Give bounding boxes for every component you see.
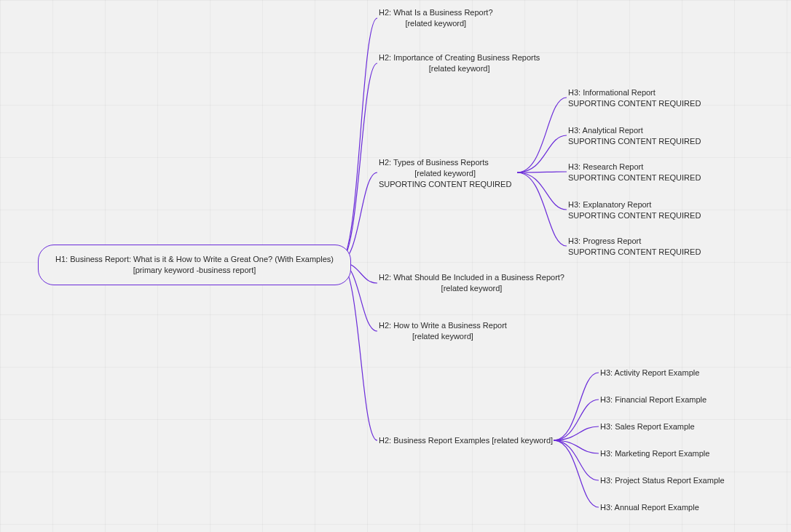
- h3-title: H3: Sales Report Example: [600, 421, 695, 432]
- h3-node-sales-example[interactable]: H3: Sales Report Example: [600, 421, 695, 432]
- h3-node-informational[interactable]: H3: Informational Report SUPORTING CONTE…: [568, 87, 701, 109]
- h1-keyword: [primary keyword -business report]: [49, 265, 340, 276]
- h2-node-how-to-write[interactable]: H2: How to Write a Business Report [rela…: [379, 320, 507, 342]
- h1-title: H1: Business Report: What is it & How to…: [49, 254, 340, 265]
- h2-title: H2: How to Write a Business Report: [379, 320, 507, 331]
- h3-node-activity-example[interactable]: H3: Activity Report Example: [600, 368, 699, 378]
- h3-supporting: SUPORTING CONTENT REQUIRED: [568, 172, 701, 183]
- h3-title: H3: Activity Report Example: [600, 368, 699, 378]
- h2-title: H2: Importance of Creating Business Repo…: [379, 52, 540, 63]
- h3-node-project-status-example[interactable]: H3: Project Status Report Example: [600, 475, 725, 486]
- h2-supporting: SUPORTING CONTENT REQUIRED: [379, 179, 511, 190]
- h2-keyword: [related keyword]: [379, 18, 493, 29]
- h2-keyword: [related keyword]: [379, 331, 507, 342]
- h3-node-analytical[interactable]: H3: Analytical Report SUPORTING CONTENT …: [568, 125, 701, 147]
- h3-node-research[interactable]: H3: Research Report SUPORTING CONTENT RE…: [568, 162, 701, 183]
- h3-title: H3: Research Report: [568, 162, 701, 172]
- h3-title: H3: Explanatory Report: [568, 199, 701, 210]
- h2-node-types[interactable]: H2: Types of Business Reports [related k…: [379, 157, 511, 190]
- h2-title: H2: What Is a Business Report?: [379, 7, 493, 18]
- h3-title: H3: Progress Report: [568, 236, 701, 247]
- h2-node-importance[interactable]: H2: Importance of Creating Business Repo…: [379, 52, 540, 74]
- h2-title: H2: Types of Business Reports: [379, 157, 511, 168]
- h2-node-what-is[interactable]: H2: What Is a Business Report? [related …: [379, 7, 493, 29]
- h2-title: H2: Business Report Examples [related ke…: [379, 435, 553, 446]
- h3-supporting: SUPORTING CONTENT REQUIRED: [568, 247, 701, 258]
- h3-node-marketing-example[interactable]: H3: Marketing Report Example: [600, 448, 709, 459]
- h2-keyword: [related keyword]: [379, 283, 564, 294]
- h2-node-examples[interactable]: H2: Business Report Examples [related ke…: [379, 435, 553, 446]
- h3-title: H3: Project Status Report Example: [600, 475, 725, 486]
- h3-title: H3: Informational Report: [568, 87, 701, 98]
- h3-title: H3: Financial Report Example: [600, 394, 707, 405]
- h3-supporting: SUPORTING CONTENT REQUIRED: [568, 136, 701, 147]
- h3-title: H3: Analytical Report: [568, 125, 701, 136]
- h3-title: H3: Marketing Report Example: [600, 448, 709, 459]
- h2-keyword: [related keyword]: [379, 168, 511, 179]
- h2-keyword: [related keyword]: [379, 63, 540, 74]
- h2-node-included[interactable]: H2: What Should Be Included in a Busines…: [379, 272, 564, 294]
- h3-supporting: SUPORTING CONTENT REQUIRED: [568, 210, 701, 221]
- h3-title: H3: Annual Report Example: [600, 502, 699, 513]
- h3-node-annual-example[interactable]: H3: Annual Report Example: [600, 502, 699, 513]
- root-node-h1[interactable]: H1: Business Report: What is it & How to…: [38, 245, 351, 285]
- h2-title: H2: What Should Be Included in a Busines…: [379, 272, 564, 283]
- h3-supporting: SUPORTING CONTENT REQUIRED: [568, 98, 701, 109]
- h3-node-financial-example[interactable]: H3: Financial Report Example: [600, 394, 707, 405]
- h3-node-progress[interactable]: H3: Progress Report SUPORTING CONTENT RE…: [568, 236, 701, 258]
- h3-node-explanatory[interactable]: H3: Explanatory Report SUPORTING CONTENT…: [568, 199, 701, 221]
